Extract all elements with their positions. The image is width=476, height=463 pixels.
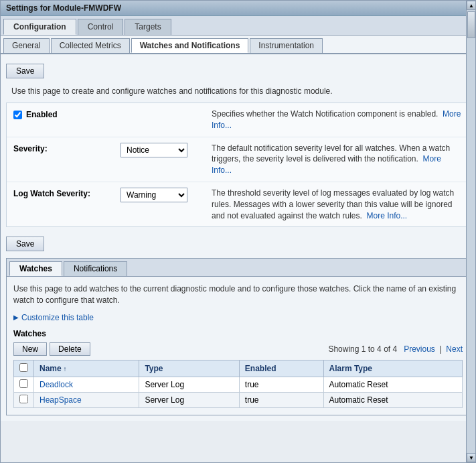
scrollbar-down[interactable]: ▼ [467,453,476,462]
toolbar-buttons: New Delete [13,342,90,356]
form-section: Enabled Specifies whether the Watch Noti… [6,103,470,227]
table-row: Deadlock Server Log true Automatic Reset [14,377,463,392]
table-header-row: Name Type Enabled Alarm Type [14,360,463,377]
watches-section-label: Watches [13,329,463,338]
col-header-checkbox [14,360,34,377]
pagination-showing: Showing 1 to 4 of 4 [328,344,397,354]
col-header-type: Type [139,360,239,377]
col-header-enabled: Enabled [239,360,323,377]
save-button-top[interactable]: Save [6,64,44,78]
row1-name-link[interactable]: Deadlock [39,380,73,389]
row1-enabled: true [239,377,323,392]
next-link[interactable]: Next [446,344,463,354]
log-watch-control: Notice Warning Error Critical [121,188,201,202]
row1-checkbox[interactable] [19,379,28,388]
row2-alarm-type: Automatic Reset [323,392,462,407]
row2-checkbox[interactable] [19,395,28,403]
tab-configuration[interactable]: Configuration [3,19,76,35]
row2-enabled: true [239,392,323,407]
table-row: HeapSpace Server Log true Automatic Rese… [14,392,463,407]
severity-help: The default notification severity level … [212,143,463,176]
toolbar-row: New Delete Showing 1 to 4 of 4 Previous … [13,342,463,356]
tab-control[interactable]: Control [78,19,124,35]
inner-content: Use this page to add watches to the curr… [7,277,469,415]
enabled-field: Enabled [13,109,121,119]
tab-targets[interactable]: Targets [125,19,171,35]
scrollbar-up[interactable]: ▲ [467,1,476,10]
enabled-row: Enabled Specifies whether the Watch Noti… [7,103,469,137]
page-description: Use this page to create and configure wa… [6,82,470,103]
row1-type: Server Log [139,377,239,392]
severity-select[interactable]: Notice Warning Error Critical [121,143,187,157]
severity-control: Notice Warning Error Critical [121,143,201,157]
col-header-alarm-type: Alarm Type [323,360,462,377]
sub-tabs-row: General Collected Metrics Watches and No… [1,36,475,54]
log-watch-label: Log Watch Severity: [13,188,121,198]
log-watch-help: The threshold severity level of log mess… [212,188,463,221]
new-button[interactable]: New [13,342,47,356]
inner-tab-notifications[interactable]: Notifications [64,261,127,276]
row1-checkbox-cell [14,377,34,392]
main-tabs-row: Configuration Control Targets [1,16,475,36]
row2-name: HeapSpace [34,392,139,407]
scrollbar-thumb[interactable] [467,11,475,38]
log-watch-row: Log Watch Severity: Notice Warning Error… [7,182,469,226]
subtab-collected-metrics[interactable]: Collected Metrics [51,38,130,53]
save-button-bottom[interactable]: Save [6,237,44,251]
watches-table: Name Type Enabled Alarm Type Dea [13,360,463,408]
log-watch-more-link[interactable]: More Info... [367,211,408,220]
severity-label: Severity: [13,143,121,153]
col-header-name[interactable]: Name [34,360,139,377]
inner-tabs-section: Watches Notifications Use this page to a… [6,258,470,415]
row2-type: Server Log [139,392,239,407]
inner-tabs-row: Watches Notifications [7,259,469,277]
previous-link[interactable]: Previous [404,344,435,354]
enabled-label: Enabled [26,110,58,119]
subtab-instrumentation[interactable]: Instrumentation [250,38,323,53]
watches-description: Use this page to add watches to the curr… [13,283,463,306]
row2-checkbox-cell [14,392,34,407]
enabled-checkbox[interactable] [13,111,22,119]
pagination-info: Showing 1 to 4 of 4 Previous | Next [328,344,463,354]
row1-alarm-type: Automatic Reset [323,377,462,392]
main-window: Settings for Module-FMWDFW Configuration… [0,0,476,463]
subtab-general[interactable]: General [3,38,50,53]
select-all-checkbox[interactable] [19,363,28,372]
subtab-watches-notifications[interactable]: Watches and Notifications [131,38,249,53]
window-title: Settings for Module-FMWDFW [1,1,475,16]
inner-tab-watches[interactable]: Watches [9,261,62,276]
delete-button[interactable]: Delete [50,342,90,356]
customize-table-link[interactable]: Customize this table [13,313,463,322]
row1-name: Deadlock [34,377,139,392]
log-watch-select[interactable]: Notice Warning Error Critical [121,188,187,202]
severity-row: Severity: Notice Warning Error Critical … [7,137,469,182]
row2-name-link[interactable]: HeapSpace [39,395,82,405]
scrollbar[interactable]: ▲ ▼ [466,1,475,462]
content-area: Save Use this page to create and configu… [1,54,475,421]
enabled-help: Specifies whether the Watch Notification… [212,109,463,131]
